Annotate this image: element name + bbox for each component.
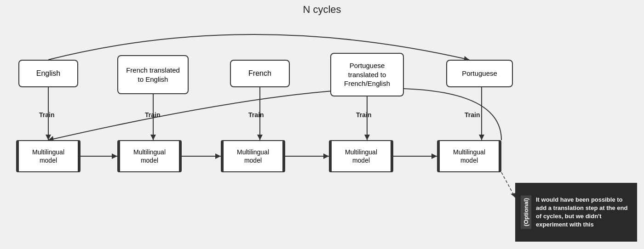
optional-box: (Optional) It would have been possible t… [515, 183, 637, 242]
train-label-4: Train [356, 111, 371, 119]
model-node-4: Multilingual model [329, 140, 393, 172]
data-node-portuguese-translated: Portuguese translated to French/English [330, 53, 404, 96]
svg-line-20 [501, 172, 515, 198]
data-node-french: French [230, 60, 290, 87]
svg-marker-14 [215, 153, 221, 159]
model-node-5: Multilingual model [437, 140, 501, 172]
svg-marker-18 [431, 153, 437, 159]
svg-marker-2 [46, 135, 51, 140]
svg-marker-8 [364, 135, 370, 140]
data-node-portuguese: Portuguese [446, 60, 513, 87]
svg-marker-6 [257, 135, 263, 140]
diagram-container: N cycles English French translated to En… [0, 0, 644, 249]
data-node-french-translated: French translated to English [117, 55, 189, 94]
train-label-3: Train [248, 111, 264, 119]
n-cycles-title: N cycles [303, 4, 341, 16]
svg-marker-16 [323, 153, 329, 159]
model-node-3: Multilingual model [221, 140, 285, 172]
svg-marker-10 [479, 135, 484, 140]
train-label-5: Train [465, 111, 480, 119]
train-label-2: Train [145, 111, 160, 119]
optional-label: (Optional) [521, 195, 531, 229]
svg-marker-12 [112, 153, 117, 159]
data-node-english: English [18, 60, 78, 87]
model-node-2: Multilingual model [117, 140, 182, 172]
train-label-1: Train [39, 111, 54, 119]
optional-text: It would have been possible to add a tra… [536, 196, 628, 229]
model-node-1: Multilingual model [16, 140, 80, 172]
svg-marker-4 [150, 135, 156, 140]
